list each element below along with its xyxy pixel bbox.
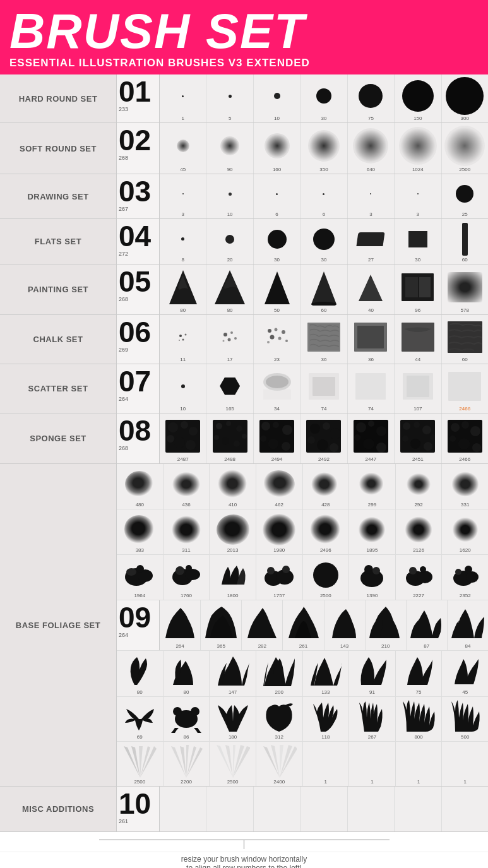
brush-cell: 10 [206,174,253,218]
label-painting: PAINTING SET [0,265,117,314]
svg-point-105 [409,567,417,574]
chalk-brush-svg [354,323,387,352]
brush-cell: 10 [254,74,301,122]
sponge-brush-svg [400,420,435,453]
brush-cell: 800 [396,697,443,741]
svg-point-42 [174,437,185,448]
svg-point-86 [458,438,470,449]
brush-cell: 30 [254,219,301,264]
brush-cell: 45 [160,123,206,174]
svg-point-53 [261,422,270,431]
brush-cell: 267 [349,697,396,741]
svg-point-57 [268,439,278,449]
brush-cell: 383 [117,509,164,554]
brush-cell: 87 [407,600,448,650]
brush-cell: 282 [242,600,283,650]
brush-cell: 3 [395,174,441,218]
foliage-outer: BASE FOLIAGE SET 480 436 410 [0,464,488,787]
svg-point-55 [282,425,292,435]
num-hard-round: 01 233 [117,74,160,122]
brush-cell [206,787,253,831]
brush-cell: 1620 [442,509,488,554]
brush-cell: 462 [256,464,303,509]
label-soft-round: SOFT ROUND SET [0,123,117,174]
foliage-animal-svg [124,700,155,733]
scatter-brush-svg [261,372,294,401]
svg-point-43 [186,440,196,450]
svg-point-109 [455,569,461,575]
brush-cell: 2466 [442,413,488,463]
brush-cell: 1 [442,742,488,786]
svg-point-75 [414,422,420,428]
label-drawing: DRAWING SET [0,174,117,218]
svg-point-4 [179,335,182,337]
svg-point-29 [266,376,289,388]
label-hard-round: HARD ROUND SET [0,74,117,122]
brush-cell: 40 [348,265,395,314]
brush-cell: 1 [303,742,350,786]
row-scatter: SCATTER SET 07 264 10 165 34 74 [0,364,488,413]
label-sponge: SPONGE SET [0,413,117,463]
brush-cell: 1 [160,74,206,122]
svg-point-63 [307,436,315,444]
num-soft-round: 02 268 [117,123,160,174]
brush-cell: 200 [256,651,303,696]
ray-brush-svg [215,745,250,778]
brush-cell: 3 [160,174,206,218]
brush-cell: 2487 [160,413,206,463]
svg-rect-32 [312,377,335,396]
foliage-leaf-svg [170,655,202,687]
brush-cell: 1 [349,742,396,786]
brush-cell: 96 [395,265,441,314]
brush-cell: 1964 [117,555,164,600]
brush-cell: 30 [395,219,441,264]
brush-cell: 261 [283,600,324,650]
brush-cell: 3 [348,174,395,218]
row-soft-round: SOFT ROUND SET 02 268 45 90 160 350 640 … [0,123,488,174]
svg-rect-30 [263,389,291,400]
brush-cell: 6 [301,174,347,218]
brush-cell: 50 [254,265,301,314]
svg-point-40 [189,427,198,436]
brush-cell: 292 [396,464,443,509]
svg-point-95 [186,565,192,571]
brush-cell [395,787,441,831]
brush-cell: 44 [395,315,441,364]
brush-cell: 143 [324,600,366,650]
svg-point-74 [403,422,410,430]
foliage-brush-svg [356,561,388,590]
brush-cell: 11 [160,315,206,364]
sponge-brush-svg [213,420,247,453]
foliage-leaf-svg [124,655,155,687]
foliage-leaf-svg [403,655,434,687]
brush-cell: 2447 [348,413,395,463]
brush-cell: 2492 [301,413,347,463]
svg-point-77 [402,436,408,442]
num-foliage: 09 264 [117,600,160,650]
num-scatter: 07 264 [117,364,160,413]
brush-cell [348,787,395,831]
ray-brush-svg [262,745,297,778]
svg-point-91 [136,565,144,573]
svg-point-54 [273,422,279,428]
brush-cell: 34 [254,364,301,413]
label-scatter: SCATTER SET [0,364,117,413]
foliage-sub-row-3: 1964 1760 [117,555,488,600]
svg-point-78 [410,439,420,449]
svg-point-48 [214,435,219,440]
svg-point-76 [422,425,431,434]
svg-point-94 [176,566,184,575]
svg-point-18 [278,336,281,340]
svg-point-46 [226,421,231,426]
svg-point-47 [236,425,242,432]
brush-cell: 6 [254,174,301,218]
brush-cell: 74 [348,364,395,413]
brush-cell: 299 [349,464,396,509]
chalk-brush-svg [448,321,482,353]
brush-cell: 60 [301,265,347,314]
brush-cell: 165 [206,364,253,413]
brush-cell: 10 [160,364,206,413]
svg-point-50 [234,441,240,447]
sponge-brush-svg [165,420,200,453]
svg-point-64 [317,439,328,451]
